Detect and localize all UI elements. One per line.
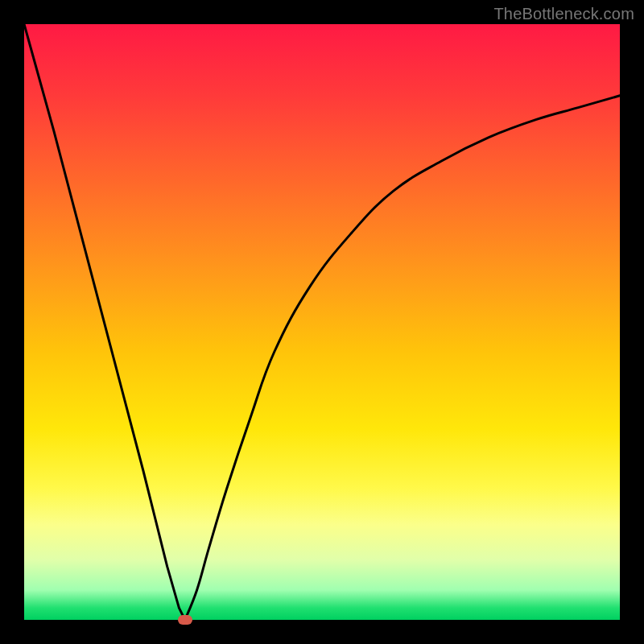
watermark-text: TheBottleneck.com [493, 5, 634, 23]
optimal-point-marker [178, 615, 192, 625]
chart-container: TheBottleneck.com [0, 0, 644, 644]
bottleneck-curve [24, 24, 620, 620]
plot-area [24, 24, 620, 620]
curve-layer [24, 24, 620, 620]
